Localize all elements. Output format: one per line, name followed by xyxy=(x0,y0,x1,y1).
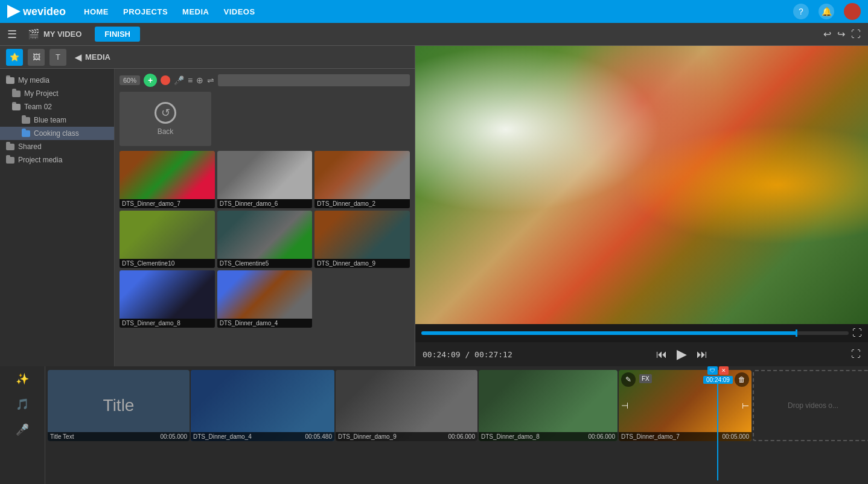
nav-media[interactable]: MEDIA xyxy=(182,7,209,16)
undo-button[interactable]: ↩ xyxy=(823,28,831,40)
clip-expand-left-icon[interactable]: ⊣ xyxy=(621,401,628,410)
clip-title-text: Title xyxy=(103,396,135,415)
total-time: 00:27:12 xyxy=(474,350,512,359)
timeline-content: 🛡 ✕ 00:24:09 Title Title Text 00:05.000 xyxy=(45,366,868,484)
fullscreen-button[interactable]: ⛶ xyxy=(851,349,861,360)
record-button[interactable] xyxy=(161,75,170,85)
thumb-label: DTS_Clementine5 xyxy=(217,259,313,268)
back-label: Back xyxy=(158,127,174,136)
list-view-button[interactable]: ≡ xyxy=(188,75,193,85)
play-button[interactable]: ▶ xyxy=(677,346,687,362)
text-tab[interactable]: T xyxy=(49,49,66,66)
next-button[interactable]: ⏭ xyxy=(697,348,707,361)
magic-effects-button[interactable]: ✨ xyxy=(16,372,29,386)
thumb-image xyxy=(120,211,215,259)
finish-button[interactable]: FINISH xyxy=(95,27,140,42)
folder-icon xyxy=(12,104,21,110)
media-thumb-1[interactable]: DTS_Dinner_damo_6 xyxy=(217,151,313,208)
audio-button[interactable]: 🎵 xyxy=(16,398,29,411)
back-arrow-icon[interactable]: ◀ xyxy=(75,53,81,62)
nav-projects[interactable]: PROJECTS xyxy=(123,7,168,16)
redo-button[interactable]: ↪ xyxy=(837,28,845,40)
tree-item-cookingclass[interactable]: Cooking class xyxy=(0,127,114,140)
filter-button[interactable]: ⊕ xyxy=(196,75,203,85)
voiceover-button[interactable]: 🎤 xyxy=(16,423,29,436)
top-navigation: wevideo HOME PROJECTS MEDIA VIDEOS ? 🔔 xyxy=(0,0,868,23)
thumb-image xyxy=(217,211,313,259)
video-frame xyxy=(415,46,868,324)
timeline-area: ✨ 🎵 🎤 🛡 ✕ 00:24:09 Title Title Text xyxy=(0,366,868,484)
expand-button[interactable]: ⛶ xyxy=(852,328,862,339)
clip-expand-right-icon[interactable]: ⊢ xyxy=(742,401,749,410)
tree-item-blueteam[interactable]: Blue team xyxy=(0,113,114,127)
menu-icon[interactable]: ☰ xyxy=(7,28,17,41)
media-thumb-5[interactable]: DTS_Dinner_damo_9 xyxy=(314,211,410,268)
clip-label: Title Text 00:05.000 xyxy=(48,432,190,441)
clip-delete-icon[interactable]: 🗑 xyxy=(735,372,749,387)
thumb-label: DTS_Dinner_damo_9 xyxy=(314,259,410,268)
thumb-image xyxy=(120,270,215,319)
sort-button[interactable]: ⇌ xyxy=(207,75,214,85)
prev-button[interactable]: ⏮ xyxy=(656,348,667,361)
fullscreen-button[interactable]: ⛶ xyxy=(851,29,861,40)
image-tab[interactable]: 🖼 xyxy=(28,49,45,66)
media-grid-area: 60% + 🎤 ≡ ⊕ ⇌ ↺ Back xyxy=(115,69,415,366)
tree-item-myproject[interactable]: My Project xyxy=(0,87,114,100)
video-controls: 00:24:09 / 00:27:12 ⏮ ▶ ⏭ ⛶ xyxy=(415,342,868,366)
tree-item-projectmedia[interactable]: Project media xyxy=(0,153,114,167)
search-input[interactable] xyxy=(218,74,410,86)
media-thumb-4[interactable]: DTS_Clementine5 xyxy=(217,211,313,268)
media-thumb-2[interactable]: DTS_Dinner_damo_2 xyxy=(314,151,410,208)
clip-name: DTS_Dinner_damo_9 xyxy=(338,433,397,440)
progress-thumb xyxy=(796,330,797,337)
clip-video-1[interactable]: DTS_Dinner_damo_4 00:05.480 xyxy=(191,370,334,441)
mic-icon[interactable]: 🎤 xyxy=(174,75,184,85)
starred-tab[interactable]: ⭐ xyxy=(6,49,23,66)
clip-video-2[interactable]: DTS_Dinner_damo_9 00:06.000 xyxy=(336,370,477,441)
cut-badges: 🛡 ✕ xyxy=(707,366,729,375)
clip-video-3[interactable]: DTS_Dinner_damo_8 00:06.000 xyxy=(479,370,617,441)
video-preview xyxy=(415,46,868,324)
clip-duration: 00:05.480 xyxy=(305,433,333,440)
drop-zone-label: Drop videos o... xyxy=(788,401,838,410)
drop-zone[interactable]: Drop videos o... xyxy=(753,370,868,441)
tree-label: Team 02 xyxy=(24,103,52,111)
left-panel: ⭐ 🖼 T ◀ MEDIA My media My Project xyxy=(0,46,415,366)
notifications-icon[interactable]: 🔔 xyxy=(819,4,834,19)
timeline-track: Title Title Text 00:05.000 DTS_Dinner_da… xyxy=(45,366,868,445)
back-button[interactable]: ↺ Back xyxy=(120,92,211,146)
main-area: ⭐ 🖼 T ◀ MEDIA My media My Project xyxy=(0,46,868,366)
folder-icon xyxy=(6,77,14,84)
app-logo[interactable]: wevideo xyxy=(7,5,66,18)
clip-edit-icon[interactable]: ✎ xyxy=(621,372,636,387)
clip-title[interactable]: Title Title Text 00:05.000 xyxy=(48,370,190,441)
tree-label: Shared xyxy=(18,142,42,151)
clip-duration: 00:06.000 xyxy=(448,433,476,440)
media-grid-container: ↺ Back DTS_Dinner_damo_7 DTS_Dinner_damo… xyxy=(120,92,410,328)
cut-marker-container: 🛡 ✕ 00:24:09 xyxy=(703,366,733,480)
video-progress-bar: ⛶ xyxy=(415,324,868,342)
tree-item-shared[interactable]: Shared xyxy=(0,140,114,153)
folder-icon xyxy=(12,91,21,97)
tree-item-team02[interactable]: Team 02 xyxy=(0,100,114,113)
tree-item-mymedia[interactable]: My media xyxy=(0,74,114,87)
upload-button[interactable]: + xyxy=(144,74,157,87)
media-thumb-3[interactable]: DTS_Clementine10 xyxy=(120,211,215,268)
nav-home[interactable]: HOME xyxy=(84,7,109,16)
user-avatar[interactable] xyxy=(844,3,861,20)
media-thumb-0[interactable]: DTS_Dinner_damo_7 xyxy=(120,151,215,208)
folder-icon xyxy=(22,117,30,124)
file-tree: My media My Project Team 02 Blue team Co… xyxy=(0,69,115,366)
cut-badge-blue: 🛡 xyxy=(707,366,718,375)
progress-area[interactable] xyxy=(421,331,849,335)
play-controls: ⏮ ▶ ⏭ xyxy=(522,346,841,362)
nav-videos[interactable]: VIDEOS xyxy=(224,7,255,16)
media-title-label: MEDIA xyxy=(85,53,110,62)
clip-name: DTS_Dinner_damo_8 xyxy=(481,433,540,440)
media-thumb-6[interactable]: DTS_Dinner_damo_8 xyxy=(120,270,215,328)
clip-fx-label: FX xyxy=(639,372,652,383)
help-icon[interactable]: ? xyxy=(793,4,809,19)
thumb-image xyxy=(314,151,410,199)
back-circle-icon: ↺ xyxy=(155,102,176,124)
media-thumb-7[interactable]: DTS_Dinner_damo_4 xyxy=(217,270,313,328)
